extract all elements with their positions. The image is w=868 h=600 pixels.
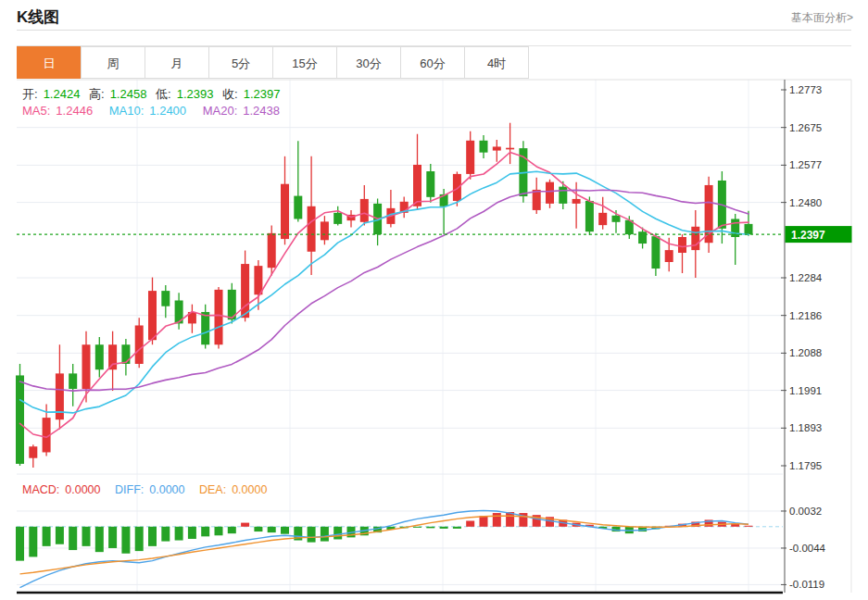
candle-body[interactable]: [82, 344, 91, 389]
candle-body[interactable]: [466, 141, 474, 174]
candle-body[interactable]: [413, 165, 421, 206]
candle-body[interactable]: [506, 148, 514, 150]
candle-body[interactable]: [135, 325, 144, 364]
price-tick-label: 1.2480: [789, 197, 822, 208]
candle-body[interactable]: [598, 213, 607, 225]
macd-bar: [69, 527, 77, 550]
price-tick-label: 1.1893: [789, 422, 822, 433]
tab-4hour[interactable]: 4时: [464, 46, 529, 79]
tab-5min[interactable]: 5分: [208, 46, 273, 79]
macd-bar: [745, 526, 753, 527]
tab-30min[interactable]: 30分: [336, 46, 401, 79]
candle-body[interactable]: [426, 171, 434, 197]
low-label: 低:: [156, 87, 171, 101]
tab-60min[interactable]: 60分: [400, 46, 465, 79]
candle-body[interactable]: [453, 174, 461, 201]
candle-body[interactable]: [665, 250, 673, 262]
kline-chart-canvas[interactable]: 1.27731.26751.25771.24801.22841.21861.20…: [0, 79, 868, 600]
macd-legend: MACD:0.0000 DIFF:0.0000 DEA:0.0000: [22, 483, 272, 496]
candle-body[interactable]: [16, 375, 24, 463]
candle-body[interactable]: [294, 196, 302, 219]
candle-body[interactable]: [612, 216, 621, 222]
macd-bar: [56, 527, 64, 544]
price-tick-label: 1.2675: [789, 122, 822, 133]
macd-bar: [440, 527, 448, 529]
close-label: 收:: [222, 87, 238, 101]
price-tick-label: 1.1991: [789, 385, 822, 396]
candle-body[interactable]: [281, 184, 289, 239]
candle-body[interactable]: [121, 344, 130, 364]
high-label: 高:: [89, 87, 105, 101]
candle-body[interactable]: [333, 213, 342, 224]
macd-bar: [135, 527, 144, 551]
tab-15min[interactable]: 15分: [272, 46, 337, 79]
candle-body[interactable]: [493, 146, 501, 150]
candle-body[interactable]: [215, 290, 223, 344]
diff-label: DIFF:: [115, 483, 144, 496]
candle-body[interactable]: [572, 199, 581, 204]
candle-body[interactable]: [268, 233, 276, 268]
candle-body[interactable]: [321, 221, 329, 240]
candle-body[interactable]: [29, 446, 37, 457]
fundamental-analysis-link[interactable]: 基本面分析>: [791, 10, 853, 26]
close-value: 1.2397: [244, 87, 281, 101]
candle-body[interactable]: [745, 224, 753, 234]
macd-bar: [161, 527, 170, 542]
ma20-label: MA20:: [203, 104, 238, 118]
candle-body[interactable]: [585, 201, 594, 231]
dea-label: DEA:: [199, 483, 226, 496]
current-price-badge: 1.2397: [786, 226, 852, 243]
ma5-line: [20, 153, 749, 438]
tab-month[interactable]: 月: [145, 46, 209, 79]
candles-layer: [16, 123, 753, 468]
candle-body[interactable]: [308, 206, 316, 252]
tab-day[interactable]: 日: [17, 46, 82, 79]
candle-body[interactable]: [108, 344, 117, 369]
candle-body[interactable]: [678, 237, 686, 253]
current-price-badge-value: 1.2397: [791, 229, 825, 242]
macd-bar: [215, 527, 223, 535]
macd-bar: [121, 527, 130, 554]
candle-body[interactable]: [254, 266, 262, 294]
diff-value: 0.0000: [149, 483, 184, 496]
interval-tabbar: 日 周 月 5分 15分 30分 60分 4时: [17, 46, 529, 79]
ma20-value: 1.2438: [243, 104, 280, 118]
candle-body[interactable]: [533, 190, 541, 210]
tab-week[interactable]: 周: [81, 46, 145, 79]
ohlc-legend: 开:1.2424 高:1.2458 低:1.2393 收:1.2397: [22, 86, 285, 103]
kline-page: { "page": { "title": "K线图", "fundamental…: [0, 0, 868, 600]
macd-bar: [95, 527, 104, 552]
title-divider: [17, 30, 851, 31]
macd-bar: [333, 527, 342, 540]
ma-legend: MA5:1.2446 MA10:1.2400 MA20:1.2438: [22, 104, 285, 118]
candle-body[interactable]: [241, 264, 249, 318]
macd-bar: [426, 527, 434, 529]
candle-body[interactable]: [161, 291, 170, 306]
price-tick-label: 1.2284: [789, 272, 823, 283]
candle-body[interactable]: [651, 236, 660, 269]
macd-bar: [268, 527, 276, 532]
candle-body[interactable]: [201, 312, 209, 344]
macd-bar: [82, 527, 91, 546]
macd-bar: [228, 527, 236, 533]
candle-body[interactable]: [546, 182, 554, 204]
macd-tick-label: -0.0044: [789, 543, 826, 554]
price-tick-label: 1.2577: [789, 159, 822, 170]
macd-bar: [321, 527, 329, 542]
macd-bar: [108, 527, 117, 548]
macd-bar: [241, 523, 249, 527]
candle-body[interactable]: [559, 187, 567, 204]
dea-value: 0.0000: [232, 483, 267, 496]
candle-body[interactable]: [95, 344, 104, 369]
low-value: 1.2393: [177, 87, 214, 101]
candle-body[interactable]: [69, 373, 77, 389]
candle-body[interactable]: [691, 227, 699, 250]
price-tick-label: 1.2186: [789, 310, 822, 321]
candle-body[interactable]: [480, 141, 488, 153]
macd-bar: [29, 527, 37, 557]
candle-body[interactable]: [638, 231, 647, 244]
macd-tick-label: 0.0032: [789, 506, 822, 517]
price-tick-label: 1.2773: [789, 84, 822, 95]
candle-body[interactable]: [148, 291, 157, 340]
candle-body[interactable]: [360, 199, 369, 222]
